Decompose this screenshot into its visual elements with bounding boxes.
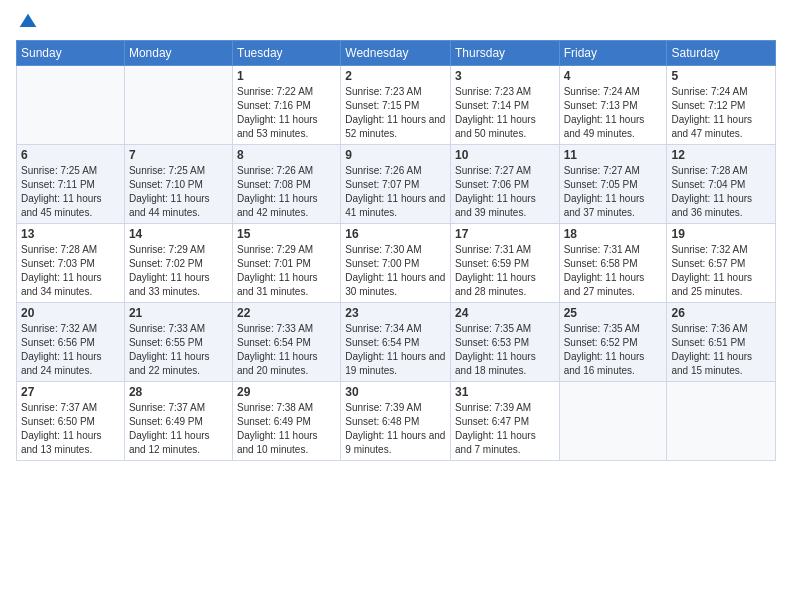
weekday-header-tuesday: Tuesday — [233, 41, 341, 66]
day-info: Sunrise: 7:28 AM Sunset: 7:04 PM Dayligh… — [671, 164, 771, 220]
day-number: 25 — [564, 306, 663, 320]
day-number: 11 — [564, 148, 663, 162]
day-number: 26 — [671, 306, 771, 320]
calendar-cell: 15Sunrise: 7:29 AM Sunset: 7:01 PM Dayli… — [233, 224, 341, 303]
calendar-cell: 29Sunrise: 7:38 AM Sunset: 6:49 PM Dayli… — [233, 382, 341, 461]
calendar-cell: 9Sunrise: 7:26 AM Sunset: 7:07 PM Daylig… — [341, 145, 451, 224]
calendar-cell: 28Sunrise: 7:37 AM Sunset: 6:49 PM Dayli… — [124, 382, 232, 461]
logo-icon — [18, 12, 38, 32]
calendar-cell: 22Sunrise: 7:33 AM Sunset: 6:54 PM Dayli… — [233, 303, 341, 382]
day-info: Sunrise: 7:25 AM Sunset: 7:10 PM Dayligh… — [129, 164, 228, 220]
calendar-cell: 21Sunrise: 7:33 AM Sunset: 6:55 PM Dayli… — [124, 303, 232, 382]
day-info: Sunrise: 7:24 AM Sunset: 7:12 PM Dayligh… — [671, 85, 771, 141]
calendar-week-row: 20Sunrise: 7:32 AM Sunset: 6:56 PM Dayli… — [17, 303, 776, 382]
day-number: 19 — [671, 227, 771, 241]
calendar-cell: 4Sunrise: 7:24 AM Sunset: 7:13 PM Daylig… — [559, 66, 667, 145]
day-info: Sunrise: 7:39 AM Sunset: 6:48 PM Dayligh… — [345, 401, 446, 457]
calendar-cell: 18Sunrise: 7:31 AM Sunset: 6:58 PM Dayli… — [559, 224, 667, 303]
calendar-table: SundayMondayTuesdayWednesdayThursdayFrid… — [16, 40, 776, 461]
day-info: Sunrise: 7:37 AM Sunset: 6:50 PM Dayligh… — [21, 401, 120, 457]
calendar-cell: 6Sunrise: 7:25 AM Sunset: 7:11 PM Daylig… — [17, 145, 125, 224]
day-number: 14 — [129, 227, 228, 241]
calendar-cell — [124, 66, 232, 145]
calendar-cell: 25Sunrise: 7:35 AM Sunset: 6:52 PM Dayli… — [559, 303, 667, 382]
svg-marker-0 — [20, 14, 37, 27]
day-number: 2 — [345, 69, 446, 83]
day-info: Sunrise: 7:35 AM Sunset: 6:52 PM Dayligh… — [564, 322, 663, 378]
weekday-header-wednesday: Wednesday — [341, 41, 451, 66]
calendar-cell: 30Sunrise: 7:39 AM Sunset: 6:48 PM Dayli… — [341, 382, 451, 461]
day-number: 21 — [129, 306, 228, 320]
day-number: 23 — [345, 306, 446, 320]
calendar-cell: 26Sunrise: 7:36 AM Sunset: 6:51 PM Dayli… — [667, 303, 776, 382]
calendar-cell: 14Sunrise: 7:29 AM Sunset: 7:02 PM Dayli… — [124, 224, 232, 303]
calendar-cell: 11Sunrise: 7:27 AM Sunset: 7:05 PM Dayli… — [559, 145, 667, 224]
day-info: Sunrise: 7:24 AM Sunset: 7:13 PM Dayligh… — [564, 85, 663, 141]
day-info: Sunrise: 7:37 AM Sunset: 6:49 PM Dayligh… — [129, 401, 228, 457]
calendar-cell: 17Sunrise: 7:31 AM Sunset: 6:59 PM Dayli… — [451, 224, 560, 303]
calendar-cell — [559, 382, 667, 461]
weekday-header-friday: Friday — [559, 41, 667, 66]
calendar-cell: 5Sunrise: 7:24 AM Sunset: 7:12 PM Daylig… — [667, 66, 776, 145]
day-info: Sunrise: 7:33 AM Sunset: 6:55 PM Dayligh… — [129, 322, 228, 378]
calendar-week-row: 6Sunrise: 7:25 AM Sunset: 7:11 PM Daylig… — [17, 145, 776, 224]
day-number: 15 — [237, 227, 336, 241]
day-info: Sunrise: 7:36 AM Sunset: 6:51 PM Dayligh… — [671, 322, 771, 378]
day-info: Sunrise: 7:38 AM Sunset: 6:49 PM Dayligh… — [237, 401, 336, 457]
day-number: 7 — [129, 148, 228, 162]
calendar-page: SundayMondayTuesdayWednesdayThursdayFrid… — [0, 0, 792, 612]
day-number: 30 — [345, 385, 446, 399]
calendar-cell: 12Sunrise: 7:28 AM Sunset: 7:04 PM Dayli… — [667, 145, 776, 224]
logo — [16, 12, 38, 32]
day-number: 22 — [237, 306, 336, 320]
weekday-header-row: SundayMondayTuesdayWednesdayThursdayFrid… — [17, 41, 776, 66]
day-info: Sunrise: 7:27 AM Sunset: 7:05 PM Dayligh… — [564, 164, 663, 220]
logo-area — [16, 12, 38, 32]
day-info: Sunrise: 7:35 AM Sunset: 6:53 PM Dayligh… — [455, 322, 555, 378]
day-info: Sunrise: 7:33 AM Sunset: 6:54 PM Dayligh… — [237, 322, 336, 378]
weekday-header-thursday: Thursday — [451, 41, 560, 66]
weekday-header-monday: Monday — [124, 41, 232, 66]
day-info: Sunrise: 7:32 AM Sunset: 6:56 PM Dayligh… — [21, 322, 120, 378]
day-number: 8 — [237, 148, 336, 162]
day-info: Sunrise: 7:29 AM Sunset: 7:01 PM Dayligh… — [237, 243, 336, 299]
day-info: Sunrise: 7:32 AM Sunset: 6:57 PM Dayligh… — [671, 243, 771, 299]
day-number: 13 — [21, 227, 120, 241]
day-number: 31 — [455, 385, 555, 399]
calendar-week-row: 13Sunrise: 7:28 AM Sunset: 7:03 PM Dayli… — [17, 224, 776, 303]
calendar-cell: 19Sunrise: 7:32 AM Sunset: 6:57 PM Dayli… — [667, 224, 776, 303]
day-info: Sunrise: 7:31 AM Sunset: 6:59 PM Dayligh… — [455, 243, 555, 299]
day-info: Sunrise: 7:31 AM Sunset: 6:58 PM Dayligh… — [564, 243, 663, 299]
day-number: 3 — [455, 69, 555, 83]
day-number: 27 — [21, 385, 120, 399]
day-number: 1 — [237, 69, 336, 83]
day-number: 12 — [671, 148, 771, 162]
day-info: Sunrise: 7:22 AM Sunset: 7:16 PM Dayligh… — [237, 85, 336, 141]
day-number: 17 — [455, 227, 555, 241]
calendar-cell: 23Sunrise: 7:34 AM Sunset: 6:54 PM Dayli… — [341, 303, 451, 382]
day-info: Sunrise: 7:29 AM Sunset: 7:02 PM Dayligh… — [129, 243, 228, 299]
calendar-week-row: 27Sunrise: 7:37 AM Sunset: 6:50 PM Dayli… — [17, 382, 776, 461]
calendar-cell: 24Sunrise: 7:35 AM Sunset: 6:53 PM Dayli… — [451, 303, 560, 382]
day-number: 20 — [21, 306, 120, 320]
day-number: 6 — [21, 148, 120, 162]
calendar-cell: 7Sunrise: 7:25 AM Sunset: 7:10 PM Daylig… — [124, 145, 232, 224]
day-info: Sunrise: 7:27 AM Sunset: 7:06 PM Dayligh… — [455, 164, 555, 220]
day-number: 24 — [455, 306, 555, 320]
calendar-cell — [667, 382, 776, 461]
day-number: 29 — [237, 385, 336, 399]
day-info: Sunrise: 7:23 AM Sunset: 7:14 PM Dayligh… — [455, 85, 555, 141]
weekday-header-saturday: Saturday — [667, 41, 776, 66]
calendar-cell: 2Sunrise: 7:23 AM Sunset: 7:15 PM Daylig… — [341, 66, 451, 145]
day-number: 16 — [345, 227, 446, 241]
calendar-cell: 16Sunrise: 7:30 AM Sunset: 7:00 PM Dayli… — [341, 224, 451, 303]
day-info: Sunrise: 7:25 AM Sunset: 7:11 PM Dayligh… — [21, 164, 120, 220]
day-info: Sunrise: 7:23 AM Sunset: 7:15 PM Dayligh… — [345, 85, 446, 141]
calendar-cell: 10Sunrise: 7:27 AM Sunset: 7:06 PM Dayli… — [451, 145, 560, 224]
calendar-cell: 8Sunrise: 7:26 AM Sunset: 7:08 PM Daylig… — [233, 145, 341, 224]
day-number: 10 — [455, 148, 555, 162]
calendar-cell — [17, 66, 125, 145]
day-number: 18 — [564, 227, 663, 241]
calendar-cell: 3Sunrise: 7:23 AM Sunset: 7:14 PM Daylig… — [451, 66, 560, 145]
day-info: Sunrise: 7:34 AM Sunset: 6:54 PM Dayligh… — [345, 322, 446, 378]
